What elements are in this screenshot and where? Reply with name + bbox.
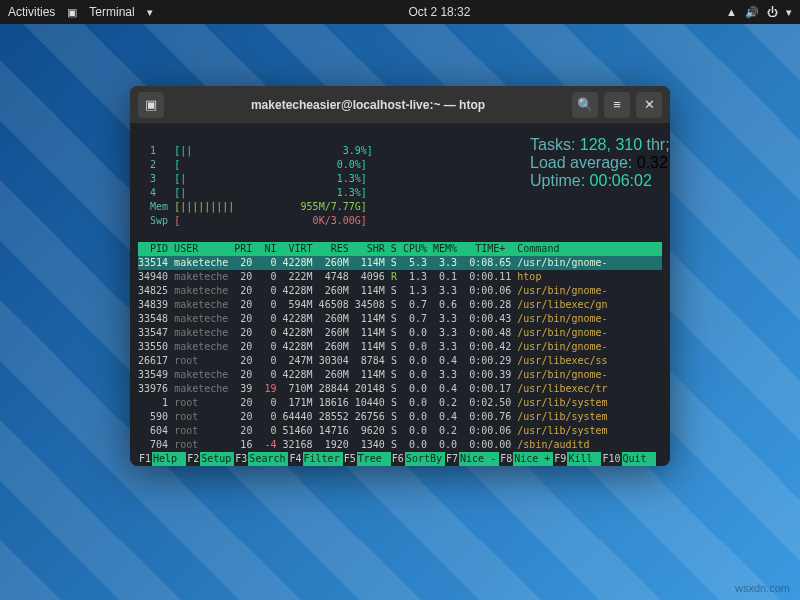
fn-f1[interactable]: F1Help <box>138 452 186 466</box>
terminal-window: ▣ maketecheasier@localhost-live:~ — htop… <box>130 86 670 466</box>
process-row[interactable]: 33549 maketeche 20 0 4228M 260M 114M S 0… <box>138 368 662 382</box>
process-row[interactable]: 34825 maketeche 20 0 4228M 260M 114M S 1… <box>138 284 662 298</box>
fn-f5[interactable]: F5Tree <box>343 452 391 466</box>
fn-f9[interactable]: F9Kill <box>553 452 601 466</box>
network-icon[interactable]: ▲ <box>726 6 737 18</box>
process-row[interactable]: 604 root 20 0 51460 14716 9620 S 0.0 0.2… <box>138 424 662 438</box>
fn-f3[interactable]: F3Search <box>234 452 288 466</box>
watermark: wsxdn.com <box>735 582 790 594</box>
fn-f2[interactable]: F2Setup <box>186 452 234 466</box>
htop-selected-row[interactable]: 33514 maketeche 20 0 4228M 260M 114M S 5… <box>138 256 662 270</box>
process-row[interactable]: 1 root 20 0 171M 18616 10440 S 0.0 0.2 0… <box>138 396 662 410</box>
menu-button[interactable]: ≡ <box>604 92 630 118</box>
fn-f10[interactable]: F10Quit <box>601 452 655 466</box>
fn-f7[interactable]: F7Nice - <box>445 452 499 466</box>
process-row[interactable]: 33550 maketeche 20 0 4228M 260M 114M S 0… <box>138 340 662 354</box>
process-row[interactable]: 34839 maketeche 20 0 594M 46508 34508 S … <box>138 298 662 312</box>
process-row[interactable]: 33976 maketeche 39 19 710M 28844 20148 S… <box>138 382 662 396</box>
new-tab-button[interactable]: ▣ <box>138 92 164 118</box>
process-row[interactable]: 33547 maketeche 20 0 4228M 260M 114M S 0… <box>138 326 662 340</box>
htop-summary: Tasks: 128, 310 thr; 1 running Load aver… <box>530 136 670 190</box>
close-button[interactable]: ✕ <box>636 92 662 118</box>
search-button[interactable]: 🔍 <box>572 92 598 118</box>
fn-f8[interactable]: F8Nice + <box>499 452 553 466</box>
window-titlebar[interactable]: ▣ maketecheasier@localhost-live:~ — htop… <box>130 86 670 124</box>
process-row[interactable]: 33548 maketeche 20 0 4228M 260M 114M S 0… <box>138 312 662 326</box>
volume-icon[interactable]: 🔊 <box>745 6 759 19</box>
app-name[interactable]: Terminal <box>89 5 134 19</box>
clock[interactable]: Oct 2 18:32 <box>153 5 726 19</box>
gnome-topbar: Activities ▣ Terminal ▾ Oct 2 18:32 ▲ 🔊 … <box>0 0 800 24</box>
process-row[interactable]: 34940 maketeche 20 0 222M 4748 4096 R 1.… <box>138 270 662 284</box>
process-row[interactable]: 26617 root 20 0 247M 30304 8784 S 0.0 0.… <box>138 354 662 368</box>
power-icon[interactable]: ⏻ <box>767 6 778 18</box>
process-row[interactable]: 590 root 20 0 64440 28552 26756 S 0.0 0.… <box>138 410 662 424</box>
activities-button[interactable]: Activities <box>8 5 55 19</box>
htop-function-keys: F1Help F2SetupF3SearchF4FilterF5Tree F6S… <box>138 452 662 466</box>
fn-f6[interactable]: F6SortBy <box>391 452 445 466</box>
terminal-app-icon[interactable]: ▣ <box>67 6 77 19</box>
chevron-down-icon[interactable]: ▾ <box>786 6 792 19</box>
process-row[interactable]: 704 root 16 -4 32168 1920 1340 S 0.0 0.0… <box>138 438 662 452</box>
fn-f4[interactable]: F4Filter <box>288 452 342 466</box>
window-title: maketecheasier@localhost-live:~ — htop <box>170 98 566 112</box>
htop-column-header: PID USER PRI NI VIRT RES SHR S CPU% MEM%… <box>138 242 662 256</box>
